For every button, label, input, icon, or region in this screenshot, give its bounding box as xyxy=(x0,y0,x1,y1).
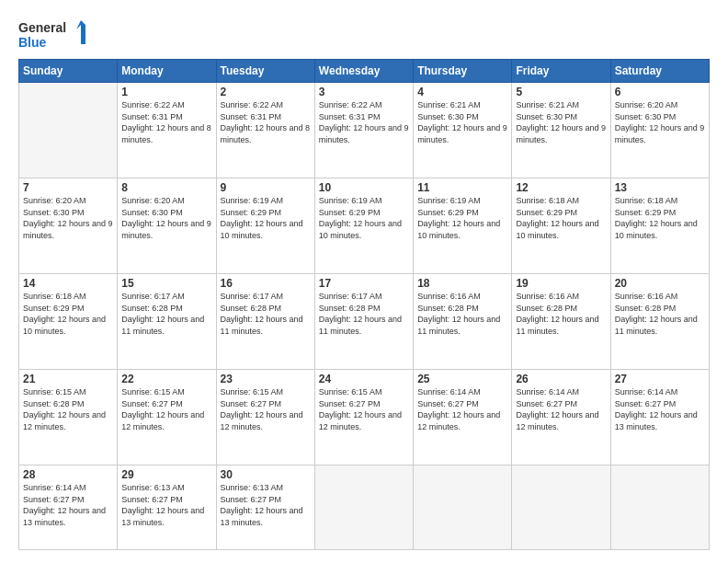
day-number: 24 xyxy=(319,373,409,385)
calendar-cell: 18 Sunrise: 6:16 AMSunset: 6:28 PMDaylig… xyxy=(414,274,512,370)
svg-text:General: General xyxy=(18,20,66,35)
col-header-wednesday: Wednesday xyxy=(314,60,413,83)
calendar-cell xyxy=(19,83,118,178)
calendar: SundayMondayTuesdayWednesdayThursdayFrid… xyxy=(18,59,710,550)
day-number: 9 xyxy=(221,181,311,194)
day-number: 6 xyxy=(615,86,705,98)
day-info: Sunrise: 6:19 AMSunset: 6:29 PMDaylight:… xyxy=(319,196,402,240)
svg-text:Blue: Blue xyxy=(18,35,47,50)
calendar-cell: 26 Sunrise: 6:14 AMSunset: 6:27 PMDaylig… xyxy=(512,370,610,465)
day-number: 8 xyxy=(121,181,211,194)
day-number: 29 xyxy=(121,468,211,481)
day-number: 28 xyxy=(23,468,113,481)
day-number: 30 xyxy=(221,468,311,481)
day-info: Sunrise: 6:17 AMSunset: 6:28 PMDaylight:… xyxy=(221,292,303,336)
day-info: Sunrise: 6:17 AMSunset: 6:28 PMDaylight:… xyxy=(319,292,402,336)
day-number: 12 xyxy=(516,181,606,194)
day-info: Sunrise: 6:15 AMSunset: 6:27 PMDaylight:… xyxy=(319,387,402,431)
calendar-cell: 20 Sunrise: 6:16 AMSunset: 6:28 PMDaylig… xyxy=(610,274,709,370)
day-info: Sunrise: 6:15 AMSunset: 6:27 PMDaylight:… xyxy=(221,387,303,431)
svg-marker-2 xyxy=(76,20,90,44)
calendar-cell: 5 Sunrise: 6:21 AMSunset: 6:30 PMDayligh… xyxy=(512,83,610,178)
day-number: 7 xyxy=(23,181,113,194)
col-header-sunday: Sunday xyxy=(19,60,118,83)
day-number: 13 xyxy=(615,181,705,194)
day-info: Sunrise: 6:22 AMSunset: 6:31 PMDaylight:… xyxy=(221,100,311,144)
calendar-cell: 17 Sunrise: 6:17 AMSunset: 6:28 PMDaylig… xyxy=(314,274,413,370)
col-header-thursday: Thursday xyxy=(414,60,512,83)
week-row-3: 14 Sunrise: 6:18 AMSunset: 6:29 PMDaylig… xyxy=(19,274,710,370)
day-number: 20 xyxy=(615,277,705,290)
page: General Blue SundayMondayTuesdayWednesda… xyxy=(0,0,728,563)
calendar-cell xyxy=(314,465,413,550)
day-number: 1 xyxy=(121,86,211,98)
calendar-cell: 12 Sunrise: 6:18 AMSunset: 6:29 PMDaylig… xyxy=(512,178,610,274)
day-number: 23 xyxy=(221,373,311,385)
calendar-cell: 29 Sunrise: 6:13 AMSunset: 6:27 PMDaylig… xyxy=(118,465,216,550)
day-info: Sunrise: 6:19 AMSunset: 6:29 PMDaylight:… xyxy=(221,196,303,240)
header: General Blue xyxy=(18,17,710,53)
calendar-cell xyxy=(610,465,709,550)
week-row-2: 7 Sunrise: 6:20 AMSunset: 6:30 PMDayligh… xyxy=(19,178,710,274)
day-number: 11 xyxy=(417,181,507,194)
day-info: Sunrise: 6:15 AMSunset: 6:28 PMDaylight:… xyxy=(23,387,106,431)
calendar-cell xyxy=(512,465,610,550)
day-info: Sunrise: 6:18 AMSunset: 6:29 PMDaylight:… xyxy=(23,292,106,336)
calendar-cell: 23 Sunrise: 6:15 AMSunset: 6:27 PMDaylig… xyxy=(216,370,314,465)
day-info: Sunrise: 6:13 AMSunset: 6:27 PMDaylight:… xyxy=(221,483,303,527)
calendar-cell: 13 Sunrise: 6:18 AMSunset: 6:29 PMDaylig… xyxy=(610,178,709,274)
day-info: Sunrise: 6:16 AMSunset: 6:28 PMDaylight:… xyxy=(615,292,698,336)
day-info: Sunrise: 6:16 AMSunset: 6:28 PMDaylight:… xyxy=(417,292,500,336)
day-info: Sunrise: 6:18 AMSunset: 6:29 PMDaylight:… xyxy=(615,196,698,240)
calendar-cell: 30 Sunrise: 6:13 AMSunset: 6:27 PMDaylig… xyxy=(216,465,314,550)
calendar-cell: 28 Sunrise: 6:14 AMSunset: 6:27 PMDaylig… xyxy=(19,465,118,550)
calendar-cell: 1 Sunrise: 6:22 AMSunset: 6:31 PMDayligh… xyxy=(118,83,216,178)
day-info: Sunrise: 6:20 AMSunset: 6:30 PMDaylight:… xyxy=(23,196,113,240)
day-number: 19 xyxy=(516,277,606,290)
day-number: 25 xyxy=(417,373,507,385)
day-number: 26 xyxy=(516,373,606,385)
day-info: Sunrise: 6:14 AMSunset: 6:27 PMDaylight:… xyxy=(23,483,106,527)
day-number: 15 xyxy=(121,277,211,290)
logo-svg: General Blue xyxy=(18,17,92,53)
calendar-cell xyxy=(414,465,512,550)
col-header-tuesday: Tuesday xyxy=(216,60,314,83)
calendar-cell: 14 Sunrise: 6:18 AMSunset: 6:29 PMDaylig… xyxy=(19,274,118,370)
calendar-cell: 16 Sunrise: 6:17 AMSunset: 6:28 PMDaylig… xyxy=(216,274,314,370)
day-number: 5 xyxy=(516,86,606,98)
day-number: 17 xyxy=(319,277,409,290)
col-header-friday: Friday xyxy=(512,60,610,83)
day-number: 3 xyxy=(319,86,409,98)
day-info: Sunrise: 6:21 AMSunset: 6:30 PMDaylight:… xyxy=(417,100,507,144)
week-row-4: 21 Sunrise: 6:15 AMSunset: 6:28 PMDaylig… xyxy=(19,370,710,465)
day-number: 10 xyxy=(319,181,409,194)
day-info: Sunrise: 6:17 AMSunset: 6:28 PMDaylight:… xyxy=(121,292,204,336)
day-info: Sunrise: 6:13 AMSunset: 6:27 PMDaylight:… xyxy=(121,483,204,527)
calendar-cell: 8 Sunrise: 6:20 AMSunset: 6:30 PMDayligh… xyxy=(118,178,216,274)
calendar-cell: 3 Sunrise: 6:22 AMSunset: 6:31 PMDayligh… xyxy=(314,83,413,178)
day-info: Sunrise: 6:21 AMSunset: 6:30 PMDaylight:… xyxy=(516,100,606,144)
week-row-5: 28 Sunrise: 6:14 AMSunset: 6:27 PMDaylig… xyxy=(19,465,710,550)
day-info: Sunrise: 6:15 AMSunset: 6:27 PMDaylight:… xyxy=(121,387,204,431)
week-row-1: 1 Sunrise: 6:22 AMSunset: 6:31 PMDayligh… xyxy=(19,83,710,178)
calendar-cell: 10 Sunrise: 6:19 AMSunset: 6:29 PMDaylig… xyxy=(314,178,413,274)
calendar-cell: 7 Sunrise: 6:20 AMSunset: 6:30 PMDayligh… xyxy=(19,178,118,274)
calendar-cell: 19 Sunrise: 6:16 AMSunset: 6:28 PMDaylig… xyxy=(512,274,610,370)
day-number: 18 xyxy=(417,277,507,290)
day-number: 2 xyxy=(221,86,311,98)
day-number: 21 xyxy=(23,373,113,385)
calendar-cell: 27 Sunrise: 6:14 AMSunset: 6:27 PMDaylig… xyxy=(610,370,709,465)
day-info: Sunrise: 6:19 AMSunset: 6:29 PMDaylight:… xyxy=(417,196,500,240)
col-header-saturday: Saturday xyxy=(610,60,709,83)
calendar-cell: 21 Sunrise: 6:15 AMSunset: 6:28 PMDaylig… xyxy=(19,370,118,465)
day-info: Sunrise: 6:20 AMSunset: 6:30 PMDaylight:… xyxy=(121,196,211,240)
col-header-monday: Monday xyxy=(118,60,216,83)
calendar-cell: 2 Sunrise: 6:22 AMSunset: 6:31 PMDayligh… xyxy=(216,83,314,178)
calendar-cell: 15 Sunrise: 6:17 AMSunset: 6:28 PMDaylig… xyxy=(118,274,216,370)
day-info: Sunrise: 6:22 AMSunset: 6:31 PMDaylight:… xyxy=(121,100,211,144)
calendar-cell: 24 Sunrise: 6:15 AMSunset: 6:27 PMDaylig… xyxy=(314,370,413,465)
day-info: Sunrise: 6:20 AMSunset: 6:30 PMDaylight:… xyxy=(615,100,705,144)
day-info: Sunrise: 6:16 AMSunset: 6:28 PMDaylight:… xyxy=(516,292,598,336)
day-number: 27 xyxy=(615,373,705,385)
day-number: 22 xyxy=(121,373,211,385)
